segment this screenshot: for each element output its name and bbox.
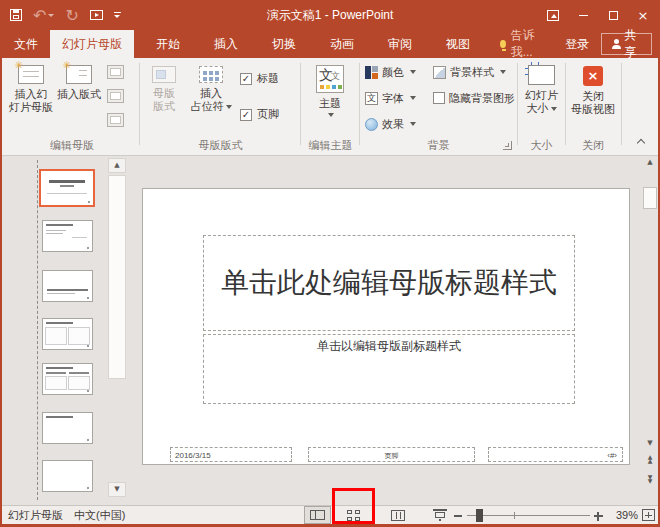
zoom-slider-thumb[interactable] — [476, 509, 483, 522]
master-hierarchy-line — [37, 160, 38, 500]
insert-placeholder-button[interactable]: 插入占位符 — [186, 61, 236, 113]
tab-slide-master[interactable]: 幻灯片母版 — [50, 30, 134, 58]
thumb-decoration — [87, 345, 89, 347]
thumbnail-scrollbar[interactable]: ▲ ▼ — [108, 156, 126, 505]
rename-slide-icon[interactable] — [107, 89, 124, 103]
date-text: 2016/3/15 — [175, 451, 211, 460]
tell-me-box[interactable]: 告诉我... — [490, 30, 553, 58]
thumb-decoration — [68, 327, 90, 345]
subtitle-placeholder-text: 单击以编辑母版副标题样式 — [317, 339, 461, 353]
canvas-scrollbar[interactable]: ▲ ▼ ▲▲ ▼▼ — [642, 156, 659, 505]
checkbox-checked-icon[interactable]: ✓ — [240, 109, 252, 121]
tab-view[interactable]: 视图 — [434, 30, 482, 58]
zoom-out-icon[interactable] — [454, 515, 462, 517]
close-master-view-button[interactable]: × 关闭母版视图 — [567, 61, 619, 116]
themes-icon: 文文 — [316, 65, 344, 93]
effects-button[interactable]: 效果 — [365, 115, 416, 133]
layout-thumbnail-3[interactable] — [42, 270, 93, 302]
thumb-decoration — [46, 372, 66, 374]
slideshow-icon — [433, 509, 447, 521]
hide-background-graphics-row[interactable]: 隐藏背景图形 — [433, 89, 515, 107]
slide-sorter-view-button[interactable] — [340, 506, 367, 524]
group-size: 幻灯片大小 大小 — [519, 58, 564, 156]
fonts-icon: 文 — [365, 92, 378, 105]
scroll-down-icon[interactable]: ▼ — [108, 482, 126, 497]
thumb-decoration — [87, 247, 89, 249]
layout-thumbnail-2[interactable] — [42, 220, 93, 252]
slide-canvas[interactable]: 单击此处编辑母版标题样式 单击以编辑母版副标题样式 2016/3/15 页脚 ‹… — [142, 188, 630, 465]
zoom-slider-track[interactable] — [467, 515, 590, 516]
thumb-decoration — [46, 367, 73, 369]
insert-layout-button[interactable]: ✳ 插入版式 — [56, 61, 102, 101]
tab-insert[interactable]: 插入 — [202, 30, 250, 58]
ribbon-display-options-icon[interactable] — [538, 0, 568, 30]
scrollbar-thumb[interactable] — [643, 187, 657, 209]
slideshow-view-button[interactable] — [426, 506, 453, 524]
title-placeholder[interactable]: 单击此处编辑母版标题样式 — [203, 235, 575, 331]
fit-to-window-icon[interactable] — [642, 509, 655, 521]
insert-slide-master-button[interactable]: ✳ 插入幻灯片母版 — [8, 61, 54, 114]
thumb-decoration — [46, 322, 73, 324]
group-divider — [565, 63, 566, 145]
footer-placeholder[interactable]: 页脚 — [308, 447, 475, 462]
scroll-up-icon[interactable]: ▲ — [642, 156, 658, 170]
scroll-down-icon[interactable]: ▼ — [642, 437, 658, 451]
group-divider — [359, 63, 360, 145]
thumb-decoration — [60, 185, 75, 187]
subtitle-placeholder[interactable]: 单击以编辑母版副标题样式 — [203, 334, 575, 404]
themes-button[interactable]: 文文 主题 — [306, 61, 354, 117]
checkbox-unchecked-icon[interactable] — [433, 92, 445, 104]
maximize-icon[interactable] — [598, 0, 628, 30]
status-view-name[interactable]: 幻灯片母版 — [8, 506, 63, 524]
minimize-icon[interactable] — [568, 0, 598, 30]
collapse-ribbon-icon[interactable] — [638, 138, 646, 146]
tab-transitions[interactable]: 切换 — [260, 30, 308, 58]
title-checkbox-row[interactable]: ✓ 标题 — [240, 71, 279, 86]
slide-size-button[interactable]: 幻灯片大小 — [519, 61, 564, 115]
effects-icon — [365, 118, 378, 131]
footer-checkbox-row[interactable]: ✓ 页脚 — [240, 107, 279, 122]
slide-master-icon: ✳ — [18, 65, 44, 84]
preserve-master-icon[interactable] — [107, 113, 124, 127]
normal-view-icon — [310, 510, 325, 520]
title-bar: ↶ ↻ 演示文稿1 - PowerPoint × — [2, 0, 658, 30]
layout-thumbnail-5[interactable] — [42, 363, 93, 395]
status-language[interactable]: 中文(中国) — [74, 506, 125, 524]
slide-number-placeholder[interactable]: ‹#› — [488, 447, 623, 462]
layout-thumbnail-4[interactable] — [42, 318, 93, 350]
fonts-button[interactable]: 文 字体 — [365, 89, 416, 107]
delete-slide-icon[interactable] — [107, 65, 124, 79]
tab-animations[interactable]: 动画 — [318, 30, 366, 58]
dialog-launcher-icon[interactable] — [503, 141, 512, 150]
layout-thumbnail-1-selected[interactable] — [39, 169, 95, 207]
zoom-slider-tick — [514, 512, 515, 519]
checkbox-checked-icon[interactable]: ✓ — [240, 73, 252, 85]
background-styles-button[interactable]: 背景样式 — [433, 63, 506, 81]
close-icon[interactable]: × — [628, 0, 658, 30]
share-button[interactable]: 共享 — [601, 33, 652, 55]
group-label-master-layout: 母版版式 — [142, 138, 299, 153]
tab-home[interactable]: 开始 — [144, 30, 192, 58]
slide-number-text: ‹#› — [607, 451, 617, 460]
thumb-decoration — [46, 416, 73, 418]
tab-review[interactable]: 审阅 — [376, 30, 424, 58]
zoom-level[interactable]: 39% — [604, 506, 638, 524]
layout-thumbnail-7[interactable] — [42, 460, 93, 492]
layout-thumbnail-6[interactable] — [42, 412, 93, 444]
date-placeholder[interactable]: 2016/3/15 — [170, 447, 292, 462]
master-layout-button[interactable]: 母版版式 — [144, 61, 184, 113]
colors-button[interactable]: 颜色 — [365, 63, 416, 81]
next-slide-icon[interactable]: ▼▼ — [642, 475, 658, 489]
group-divider — [517, 63, 518, 145]
tab-file[interactable]: 文件 — [2, 30, 50, 58]
sign-in-button[interactable]: 登录 — [553, 30, 601, 58]
scroll-up-icon[interactable]: ▲ — [108, 158, 126, 173]
zoom-in-icon[interactable] — [597, 512, 599, 521]
reading-view-button[interactable] — [384, 506, 411, 524]
thumb-decoration — [87, 487, 89, 489]
colors-icon — [365, 66, 378, 79]
previous-slide-icon[interactable]: ▲▲ — [642, 455, 658, 469]
scrollbar-thumb[interactable] — [108, 175, 126, 379]
normal-view-button[interactable] — [304, 506, 331, 524]
group-label-edit-master: 编辑母版 — [6, 138, 138, 153]
